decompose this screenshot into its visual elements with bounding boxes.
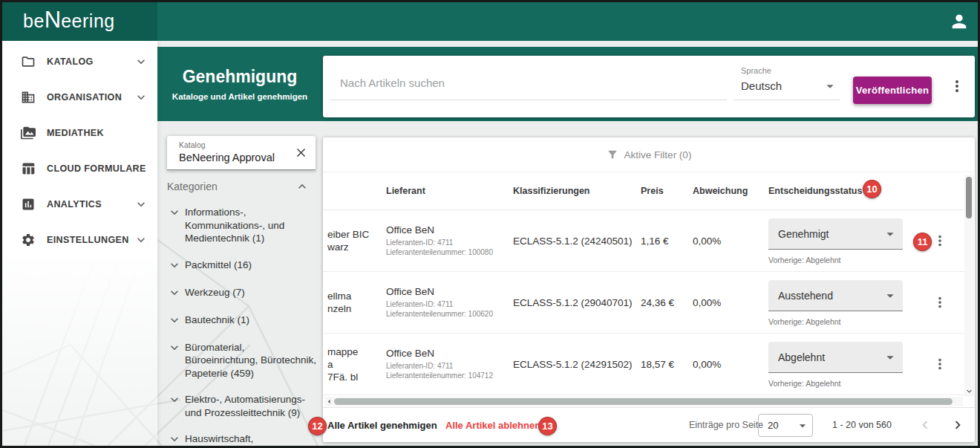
reject-all-button[interactable]: Alle Artikel ablehnen [445, 420, 540, 431]
table-row[interactable]: eiber BIC warz Office BeN Lieferanten-ID… [323, 210, 964, 272]
row-menu-icon[interactable] [932, 233, 948, 249]
column-header-deviation: Abweichung [693, 186, 748, 196]
app-logo[interactable]: be N eering [2, 2, 157, 41]
decision-status-value: Ausstehend [778, 290, 833, 302]
column-header-supplier: Lieferant [386, 186, 425, 196]
pagination-range: 1 - 20 von 560 [832, 420, 892, 430]
per-page-select[interactable]: 20 [758, 414, 813, 437]
supplier-cell: Office BeN Lieferanten-ID: 4711 Lieferan… [386, 224, 493, 257]
decision-status-value: Genehmigt [778, 228, 829, 240]
gear-icon [21, 233, 36, 247]
sidebar-item-label: MEDIATHEK [47, 128, 148, 138]
sidebar-item-analytics[interactable]: ANALYTICS [2, 186, 157, 222]
chevron-up-icon[interactable] [295, 179, 310, 194]
category-item[interactable]: Werkzeug (7) [167, 286, 318, 300]
publish-button[interactable]: Veröffentlichen [853, 77, 932, 104]
deviation-cell: 0,00% [693, 359, 721, 370]
close-icon[interactable] [294, 146, 308, 160]
category-label: Hauswirtschaft, Hauswirtschaftstechnik [185, 432, 318, 448]
price-cell: 24,36 € [641, 297, 674, 308]
active-filters-bar[interactable]: Aktive Filter (0) [323, 137, 975, 172]
table-footer: Alle Artikel genehmigen Alle Artikel abl… [323, 407, 975, 442]
sidebar-item-label: EINSTELLUNGEN [47, 235, 134, 245]
table-grid-icon [21, 161, 36, 176]
deviation-cell: 0,00% [693, 236, 721, 247]
sidebar-item-katalog[interactable]: KATALOG [2, 44, 157, 79]
articles-table: Aktive Filter (0) Lieferant Klassifizier… [323, 137, 975, 442]
previous-status: Vorherige: Abgelehnt [768, 317, 841, 326]
logo-text: be [23, 10, 45, 32]
price-cell: 1,16 € [641, 236, 669, 247]
category-label: Werkzeug (7) [185, 286, 245, 300]
chevron-down-icon [167, 205, 182, 220]
article-name: ellma nzeln [327, 290, 351, 315]
scroll-down-icon[interactable] [964, 386, 974, 396]
vertical-scrollbar[interactable] [964, 175, 974, 397]
logo-text: eering [61, 10, 115, 32]
row-menu-icon[interactable] [932, 294, 948, 311]
previous-page-icon[interactable] [917, 417, 933, 433]
chevron-down-icon [795, 418, 810, 433]
category-label: Informations-, Kommunikations-, und Medi… [185, 206, 318, 245]
category-item[interactable]: Informations-, Kommunikations-, und Medi… [167, 206, 318, 245]
sidebar-item-label: CLOUD FORMULARE [47, 163, 148, 174]
categories-title: Kategorien [167, 181, 218, 192]
decision-status-select[interactable]: Abgelehnt [768, 342, 903, 373]
category-item[interactable]: Hauswirtschaft, Hauswirtschaftstechnik [167, 432, 318, 448]
classification-cell: ECLASS-5.1.2 (24240501) [513, 236, 633, 247]
per-page-label: Einträge pro Seite [689, 420, 763, 430]
chevron-down-icon [167, 432, 182, 447]
chevron-down-icon [167, 258, 182, 273]
classification-cell: ECLASS-5.1.2 (29040701) [513, 297, 633, 308]
column-header-classification: Klassifizierungen [513, 186, 590, 196]
topbar: be N eering [2, 2, 978, 41]
vertical-scrollbar-thumb[interactable] [966, 177, 972, 218]
scroll-left-icon[interactable] [324, 397, 334, 406]
media-library-icon [21, 126, 36, 140]
category-label: Büromaterial, Büroeinrichtung, Bürotechn… [185, 341, 318, 380]
horizontal-scrollbar-thumb[interactable] [334, 398, 953, 405]
annotation-badge-10: 10 [863, 180, 881, 198]
sidebar-item-organisation[interactable]: ORGANISATION [2, 79, 157, 115]
decision-status-value: Abgelehnt [778, 351, 825, 363]
category-item[interactable]: Elektro-, Automatisierungs- und Prozessl… [167, 393, 318, 419]
page-title: Genehmigung [183, 67, 298, 87]
search-input[interactable] [330, 66, 727, 100]
classification-cell: ECLASS-5.1.2 (24291502) [513, 359, 633, 370]
annotation-badge-13: 13 [538, 417, 557, 435]
table-row[interactable]: mappe a 7Fä. bl Office BeN Lieferanten-I… [323, 334, 964, 395]
account-icon[interactable] [949, 11, 970, 32]
row-menu-icon[interactable] [932, 356, 948, 372]
chevron-down-icon [167, 285, 182, 300]
decision-status-select[interactable]: Ausstehend [768, 280, 903, 311]
chevron-down-icon [882, 349, 898, 366]
catalog-filter-field[interactable]: Katalog BeNeering Approval [167, 136, 316, 170]
category-item[interactable]: Packmittel (16) [167, 259, 318, 273]
categories-header: Kategorien [167, 179, 318, 194]
overflow-menu-icon[interactable] [948, 77, 966, 95]
previous-status: Vorherige: Abgelehnt [768, 256, 841, 264]
sidebar-item-cloud-formulare[interactable]: CLOUD FORMULARE [2, 151, 157, 186]
decision-status-select[interactable]: Genehmigt [768, 218, 903, 250]
chevron-down-icon [134, 54, 148, 69]
horizontal-scrollbar[interactable] [324, 397, 963, 406]
category-item[interactable]: Büromaterial, Büroeinrichtung, Bürotechn… [167, 341, 318, 380]
sidebar-item-label: ORGANISATION [47, 92, 134, 103]
logo-text-n: N [45, 10, 61, 29]
sidebar-item-einstellungen[interactable]: EINSTELLUNGEN [2, 222, 157, 258]
chevron-down-icon [882, 288, 898, 304]
chevron-down-icon [167, 313, 182, 328]
table-row[interactable]: ellma nzeln Office BeN Lieferanten-ID: 4… [323, 272, 964, 334]
category-label: Bautechnik (1) [185, 314, 249, 328]
language-select[interactable]: Sprache Deutsch [734, 66, 840, 100]
annotation-badge-12: 12 [308, 417, 327, 435]
page-title-block: Genehmigung Kataloge und Artikel genehmi… [157, 47, 322, 121]
category-label: Elektro-, Automatisierungs- und Prozessl… [185, 393, 318, 419]
chevron-down-icon [134, 90, 148, 105]
folder-icon [21, 54, 36, 69]
next-page-icon[interactable] [950, 417, 966, 433]
category-item[interactable]: Bautechnik (1) [167, 314, 318, 328]
catalog-field-label: Katalog [179, 140, 206, 149]
sidebar-item-mediathek[interactable]: MEDIATHEK [2, 115, 157, 151]
approve-all-button[interactable]: Alle Artikel genehmigen [327, 420, 437, 431]
